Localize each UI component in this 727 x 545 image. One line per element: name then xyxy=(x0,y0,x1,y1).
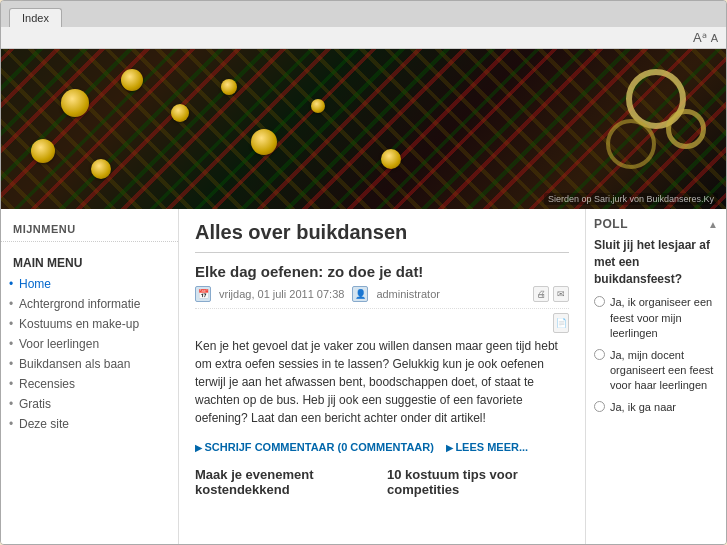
sidebar-item-recensies[interactable]: Recensies xyxy=(1,374,178,394)
articles-grid: Maak je evenement kostendekkend 10 kostu… xyxy=(195,467,569,497)
poll-title: POLL xyxy=(594,217,628,231)
calendar-icon: 📅 xyxy=(195,286,211,302)
page-wrapper: Sierden op Sari,jurk von Buikdanseres.Ky… xyxy=(1,49,726,545)
coin xyxy=(171,104,189,122)
poll-sidebar: POLL ▲ Sluit jij het lesjaar af met een … xyxy=(586,209,726,545)
poll-option-1[interactable]: Ja, ik organiseer een feest voor mijn le… xyxy=(594,295,718,341)
content-area: MIJNMENU MAIN MENU Home Achtergrond info… xyxy=(1,209,726,545)
article-meta: 📅 vrijdag, 01 juli 2011 07:38 👤 administ… xyxy=(195,286,569,309)
poll-option-1-label: Ja, ik organiseer een feest voor mijn le… xyxy=(610,295,718,341)
hero-image: Sierden op Sari,jurk von Buikdanseres.Ky xyxy=(1,49,726,209)
poll-header: POLL ▲ xyxy=(594,217,718,231)
poll-collapse-button[interactable]: ▲ xyxy=(708,219,718,230)
font-size-controls: Aᵃ A xyxy=(693,30,718,45)
article3-title: 10 kostuum tips voor competities xyxy=(387,467,569,497)
article2-title: Maak je evenement kostendekkend xyxy=(195,467,377,497)
sidebar-item-achtergrond[interactable]: Achtergrond informatie xyxy=(1,294,178,314)
font-size-small[interactable]: A xyxy=(711,32,718,44)
user-icon: 👤 xyxy=(352,286,368,302)
sidebar-item-deze-site[interactable]: Deze site xyxy=(1,414,178,434)
coin xyxy=(121,69,143,91)
poll-option-3-label: Ja, ik ga naar xyxy=(610,400,676,415)
article-date: vrijdag, 01 juli 2011 07:38 xyxy=(219,288,344,300)
tab-bar: Index xyxy=(1,1,726,27)
pdf-icon[interactable]: 📄 xyxy=(553,313,569,333)
article-links: SCHRIJF COMMENTAAR (0 COMMENTAAR) LEES M… xyxy=(195,437,569,453)
mijnmenu-title: MIJNMENU xyxy=(1,219,178,242)
browser-toolbar: Aᵃ A xyxy=(1,27,726,49)
poll-question: Sluit jij het lesjaar af met een buikdan… xyxy=(594,237,718,287)
font-size-large[interactable]: Aᵃ xyxy=(693,30,707,45)
poll-option-2[interactable]: Ja, mijn docent organiseert een feest vo… xyxy=(594,348,718,394)
sidebar-item-gratis[interactable]: Gratis xyxy=(1,394,178,414)
hero-coins xyxy=(1,49,726,209)
tab-label: Index xyxy=(22,12,49,24)
coin xyxy=(31,139,55,163)
poll-radio-1[interactable] xyxy=(594,296,605,307)
browser-window: Index Aᵃ A xyxy=(0,0,727,545)
article1-title: Elke dag oefenen: zo doe je dat! xyxy=(195,263,569,280)
coin xyxy=(311,99,325,113)
article-body: Ken je het gevoel dat je vaker zou wille… xyxy=(195,337,569,427)
read-more-link[interactable]: LEES MEER... xyxy=(446,441,528,453)
main-content: Alles over buikdansen Elke dag oefenen: … xyxy=(179,209,586,545)
article-author: administrator xyxy=(376,288,440,300)
page-title: Alles over buikdansen xyxy=(195,221,569,253)
email-icon[interactable]: ✉ xyxy=(553,286,569,302)
coin xyxy=(381,149,401,169)
coin xyxy=(61,89,89,117)
poll-option-2-label: Ja, mijn docent organiseert een feest vo… xyxy=(610,348,718,394)
poll-option-3[interactable]: Ja, ik ga naar xyxy=(594,400,718,415)
meta-actions: 🖨 ✉ xyxy=(533,286,569,302)
coin xyxy=(221,79,237,95)
poll-radio-2[interactable] xyxy=(594,349,605,360)
jewelry-ring-2 xyxy=(666,109,706,149)
browser-tab[interactable]: Index xyxy=(9,8,62,27)
hero-credit: Sierden op Sari,jurk von Buikdanseres.Ky xyxy=(544,193,718,205)
coin xyxy=(251,129,277,155)
sidebar-item-leerlingen[interactable]: Voor leerlingen xyxy=(1,334,178,354)
sidebar-item-home[interactable]: Home xyxy=(1,274,178,294)
main-menu-title: MAIN MENU xyxy=(1,248,178,274)
coin xyxy=(91,159,111,179)
poll-radio-3[interactable] xyxy=(594,401,605,412)
comment-link[interactable]: SCHRIJF COMMENTAAR (0 COMMENTAAR) xyxy=(195,441,434,453)
print-icon[interactable]: 🖨 xyxy=(533,286,549,302)
sidebar: MIJNMENU MAIN MENU Home Achtergrond info… xyxy=(1,209,179,545)
jewelry-ring-3 xyxy=(606,119,656,169)
sidebar-item-kostuums[interactable]: Kostuums en make-up xyxy=(1,314,178,334)
sidebar-item-buikdansen-baan[interactable]: Buikdansen als baan xyxy=(1,354,178,374)
